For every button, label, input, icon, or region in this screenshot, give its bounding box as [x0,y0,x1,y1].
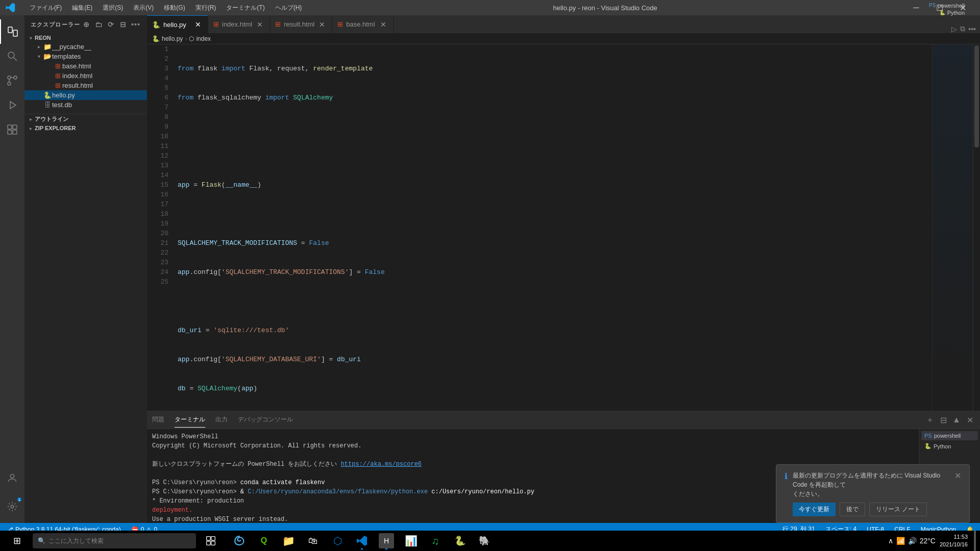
taskbar-hello[interactable]: H [375,531,398,551]
taskbar-anaconda[interactable]: 🐍 [448,531,472,551]
pscore-link[interactable]: https://aka.ms/pscore6 [341,461,422,468]
tab-close-index-html[interactable]: ✕ [255,20,264,29]
up-arrow-icon[interactable]: ∧ [888,537,893,545]
more-actions-icon[interactable]: ••• [131,19,141,30]
explorer-activity-icon[interactable] [0,19,24,44]
taskbar-spotify[interactable]: ♫ [424,531,447,551]
notification-message: 最新の更新プログラムを適用するために Visual Studio Code を再… [793,471,949,498]
close-notification-icon[interactable]: ✕ [954,471,961,481]
info-icon: ℹ [785,471,788,481]
chevron-right-icon: ▸ [27,116,35,122]
code-line-5: app = Flask(__name__) [178,180,927,190]
extensions-activity-icon[interactable] [0,117,24,142]
svg-rect-0 [8,27,12,33]
tab-close-result-html[interactable]: ✕ [317,20,327,29]
svg-rect-17 [211,537,215,541]
run-file-icon[interactable]: ▷ [951,25,957,33]
minimize-button[interactable]: ─ [904,0,928,15]
settings-activity-icon[interactable]: 1 [0,494,24,519]
account-activity-icon[interactable] [0,466,24,490]
taskbar-qiita[interactable]: Q [252,531,276,551]
sidebar-item-pycache[interactable]: ▸ 📁 __pycache__ [24,42,147,52]
clock[interactable]: 11:53 2021/10/16 [940,533,968,549]
new-folder-icon[interactable]: 🗀 [94,19,104,30]
menu-run[interactable]: 実行(R) [191,0,220,15]
sidebar-section-outline[interactable]: ▸ アウトライン [24,114,147,124]
taskbar-vscode[interactable] [350,531,374,551]
sidebar-section-zip[interactable]: ▸ ZIP EXPLORER [24,124,147,132]
menu-view[interactable]: 表示(V) [129,0,158,15]
code-editor[interactable]: 12345 678910 1112131415 1617181920 21222… [147,44,932,411]
menu-help[interactable]: ヘルプ(H) [271,0,306,15]
split-editor-icon[interactable]: ⧉ [960,24,965,33]
panel-tab-output[interactable]: 出力 [215,412,228,428]
hello-icon: H [379,533,394,548]
breadcrumb-symbol[interactable]: index [196,35,211,42]
html-file-icon: ⊞ [53,62,62,70]
tab-result-html[interactable]: ⊞ result.html ✕ [270,15,332,33]
shell-item-powershell[interactable]: PS powershell [921,431,978,440]
tab-label-hello-py: hello.py [163,21,186,29]
sidebar-item-test-db[interactable]: 🗄 test.db [24,100,147,110]
collapse-all-icon[interactable]: ⊟ [118,19,129,30]
taskbar-app10[interactable]: 📊 [399,531,423,551]
shell-item-python[interactable]: 🐍 Python [921,441,978,451]
later-button[interactable]: 後で [840,503,865,516]
tab-hello-py[interactable]: 🐍 hello.py ✕ [147,15,208,33]
new-terminal-icon[interactable]: ＋ [925,415,935,425]
menu-go[interactable]: 移動(G) [160,0,189,15]
sidebar-section-reon[interactable]: ▾ REON [24,34,147,42]
sidebar-item-templates[interactable]: ▾ 📂 templates [24,52,147,61]
taskbar-search-box[interactable]: 🔍 ここに入力して検索 [33,533,196,548]
run-activity-icon[interactable] [0,93,24,117]
source-control-activity-icon[interactable] [0,68,24,93]
sidebar-item-hello-py[interactable]: 🐍 hello.py [24,90,147,100]
panel-tab-mondai[interactable]: 問題 [152,412,164,428]
spotify-icon: ♫ [432,535,439,547]
tab-index-html[interactable]: ⊞ index.html ✕ [208,15,270,33]
panel-tab-terminal[interactable]: ターミナル [175,412,205,428]
update-notification: ℹ 最新の更新プログラムを適用するために Visual Studio Code … [776,464,970,523]
maximize-panel-icon[interactable]: ▲ [951,415,962,424]
menu-edit[interactable]: 編集(E) [68,0,96,15]
search-taskbar-icon: 🔍 [38,537,45,544]
code-line-7: SQLALCHEMY_TRACK_MODIFICATIONS = False [178,238,927,248]
close-panel-icon[interactable]: ✕ [965,415,975,425]
menu-bar[interactable]: ファイル(F) 編集(E) 選択(S) 表示(V) 移動(G) 実行(R) ター… [26,0,306,15]
sidebar-item-result-html[interactable]: ⊞ result.html [24,81,147,90]
refresh-icon[interactable]: ⟳ [106,19,116,30]
tab-base-html[interactable]: ⊞ base.html ✕ [332,15,394,33]
sidebar-item-index-html[interactable]: ⊞ index.html [24,71,147,81]
new-file-icon[interactable]: ⊕ [82,19,92,30]
windows-start-button[interactable]: ⊞ [4,531,30,551]
update-now-button[interactable]: 今すぐ更新 [793,503,836,516]
panel-tab-debug[interactable]: デバッグコンソール [238,412,293,428]
code-content[interactable]: from flask import Flask, request, render… [173,44,932,411]
sidebar-item-base-html[interactable]: ⊞ base.html [24,61,147,71]
terminal-line-3 [152,450,914,460]
menu-select[interactable]: 選択(S) [99,0,127,15]
volume-icon[interactable]: 🔊 [908,537,917,545]
taskbar-edge[interactable] [228,531,251,551]
tab-close-hello-py[interactable]: ✕ [193,20,203,29]
python-file-icon: 🐍 [43,91,52,99]
split-terminal-icon[interactable]: ⊟ [938,415,948,425]
show-desktop-button[interactable] [974,531,976,551]
taskbar-evernote[interactable]: 🐘 [473,531,496,551]
menu-terminal[interactable]: ターミナル(T) [222,0,268,15]
release-notes-button[interactable]: リリース ノート [869,503,927,516]
network-icon[interactable]: 📶 [896,537,905,545]
python-terminal-label[interactable]: 🐍 Python [939,15,965,16]
breadcrumb-file[interactable]: hello.py [162,35,183,42]
tab-close-base-html[interactable]: ✕ [379,20,388,29]
svg-point-6 [8,82,11,85]
taskbar-app7[interactable]: ⬡ [326,531,349,551]
taskbar-file-explorer[interactable]: 📁 [277,531,300,551]
more-actions-editor-icon[interactable]: ••• [968,25,976,33]
search-activity-icon[interactable] [0,44,24,68]
taskbar-store[interactable]: 🛍 [301,531,325,551]
vertical-scrollbar[interactable] [973,44,980,411]
folder-open-icon: 📂 [43,53,52,60]
taskbar-task-view[interactable] [199,531,223,551]
menu-file[interactable]: ファイル(F) [26,0,66,15]
